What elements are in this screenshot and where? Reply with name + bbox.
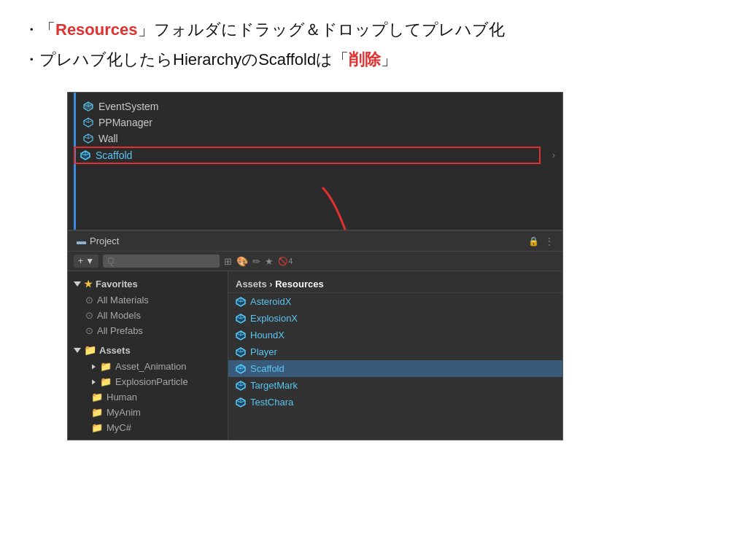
assets-folder-icon: 📁 [84,344,96,356]
human-item[interactable]: 📁 Human [68,389,228,405]
star-icon: ★ [265,256,274,267]
favorites-label: Favorites [96,279,138,289]
prefab-cube-icon-asteroidx [236,297,246,307]
hierarchy-wall-label: Wall [98,133,118,144]
prefab-cube-icon-explosionx [236,314,246,324]
cube-icon-ppmanager [82,117,94,128]
prefab-testchara[interactable]: TestChara [228,394,562,411]
explosion-particle-item[interactable]: 📁 ExplosionParticle [68,374,228,389]
scaffold-highlight-border [74,147,541,164]
expand-assets-icon [74,348,81,353]
cube-icon-wall [82,133,94,144]
search-circle-icon-models: ⊙ [85,310,93,321]
arrow-animation-icon [92,364,96,369]
prefab-houndx-label: HoundX [250,330,285,341]
prefab-scaffold[interactable]: Scaffold [228,360,562,377]
right-panel: Assets › Resources AsteroidX [228,271,562,440]
explosion-particle-label: ExplosionParticle [115,376,188,387]
hierarchy-section: EventSystem PPManager Wall [68,93,562,231]
prefab-explosionx-label: ExplosionX [250,313,298,324]
prefab-scaffold-label: Scaffold [250,363,285,374]
prefab-cube-icon-player [236,347,246,357]
hierarchy-ppmanager: PPManager [68,114,562,131]
favorites-header[interactable]: ★ Favorites [68,276,228,292]
star-favorites-icon: ★ [84,279,93,289]
prefab-houndx[interactable]: HoundX [228,327,562,343]
prefab-explosionx[interactable]: ExplosionX [228,310,562,327]
search-circle-icon-prefabs: ⊙ [85,325,93,336]
asset-animation-item[interactable]: 📁 Asset_Animation [68,359,228,374]
all-prefabs-label: All Prefabs [97,325,143,336]
bullet-list: ・「Resources」フォルダにドラッグ＆ドロップしてプレハブ化 ・プレハブ化… [23,18,724,77]
cube-icon-scaffold [80,149,91,161]
screenshot-container: EventSystem PPManager Wall [67,92,563,440]
bullet-item-2: ・プレハブ化したらHierarchyのScaffoldは「削除」 [23,47,724,71]
prefab-cube-icon-targetmark [236,381,246,391]
prefab-asteroidx[interactable]: AsteroidX [228,293,562,310]
left-panel: ★ Favorites ⊙ All Materials ⊙ All Models… [68,271,228,440]
add-button[interactable]: + ▼ [74,254,98,268]
subfolder-icon-explosion: 📁 [100,376,112,387]
assets-label: Assets [99,345,131,356]
hierarchy-wall: Wall [68,131,562,147]
prefab-cube-icon-houndx [236,330,246,341]
resources-highlight: Resources [55,20,138,39]
more-icon: ⋮ [545,236,554,246]
search-input[interactable] [103,254,220,268]
all-materials-item[interactable]: ⊙ All Materials [68,292,228,308]
project-title-label: Project [90,236,119,246]
project-header: ▬ Project 🔒 ⋮ [68,231,562,252]
hierarchy-ppmanager-label: PPManager [98,117,152,128]
myanim-label: MyAnim [107,407,141,418]
all-models-label: All Models [97,310,141,321]
toolbar-row: + ▼ ⊞ 🎨 ✏ ★ 🚫4 [68,252,562,271]
project-section: ▬ Project 🔒 ⋮ + ▼ ⊞ 🎨 ✏ ★ 🚫4 [68,231,562,440]
assets-header[interactable]: 📁 Assets [68,341,228,359]
expand-favorites-icon [74,281,81,287]
project-header-icons: 🔒 ⋮ [528,236,554,246]
asset-animation-label: Asset_Animation [115,361,187,372]
pen-icon: ✏ [252,256,260,267]
hierarchy-scaffold-row[interactable]: Scaffold › [68,147,562,164]
lock-icon: 🔒 [528,236,539,246]
prefab-targetmark-label: TargetMark [250,380,298,391]
folder-icon: ▬ [77,236,86,246]
hierarchy-event-system: EventSystem [68,98,562,114]
breadcrumb: Assets › Resources [228,276,562,293]
prefab-targetmark[interactable]: TargetMark [228,377,562,394]
mycs-item[interactable]: 📁 MyC# [68,420,228,435]
hierarchy-eventsystem-label: EventSystem [98,101,158,112]
subfolder-icon-human: 📁 [91,392,103,402]
cube-icon-eventsystem [82,101,94,112]
subfolder-icon-mycs: 📁 [91,422,103,433]
prefab-player[interactable]: Player [228,343,562,360]
prefab-cube-icon-scaffold [236,364,246,374]
arrow-explosion-icon [92,379,96,384]
bullet-item-1: ・「Resources」フォルダにドラッグ＆ドロップしてプレハブ化 [23,18,724,42]
subfolder-icon-myanim: 📁 [91,407,103,418]
chevron-right-icon: › [552,150,555,160]
panel-row: ★ Favorites ⊙ All Materials ⊙ All Models… [68,271,562,440]
prefab-player-label: Player [250,346,277,357]
prefab-testchara-label: TestChara [250,397,293,408]
badge-icon: 🚫4 [278,257,293,266]
all-models-item[interactable]: ⊙ All Models [68,308,228,323]
project-title: ▬ Project [77,236,119,246]
grid-icon: ⊞ [224,256,232,267]
scaffold-label: Scaffold [96,149,132,161]
human-label: Human [107,392,137,402]
delete-highlight: 削除 [349,50,381,69]
breadcrumb-assets: Assets [236,279,267,289]
myanim-item[interactable]: 📁 MyAnim [68,405,228,420]
mycs-label: MyC# [107,422,131,433]
search-circle-icon-materials: ⊙ [85,295,93,306]
all-prefabs-item[interactable]: ⊙ All Prefabs [68,323,228,338]
subfolder-icon-animation: 📁 [100,361,112,372]
all-materials-label: All Materials [97,295,149,306]
prefab-cube-icon-testchara [236,397,246,408]
prefab-asteroidx-label: AsteroidX [250,296,291,307]
breadcrumb-resources: Resources [275,279,323,289]
palette-icon: 🎨 [236,256,248,267]
